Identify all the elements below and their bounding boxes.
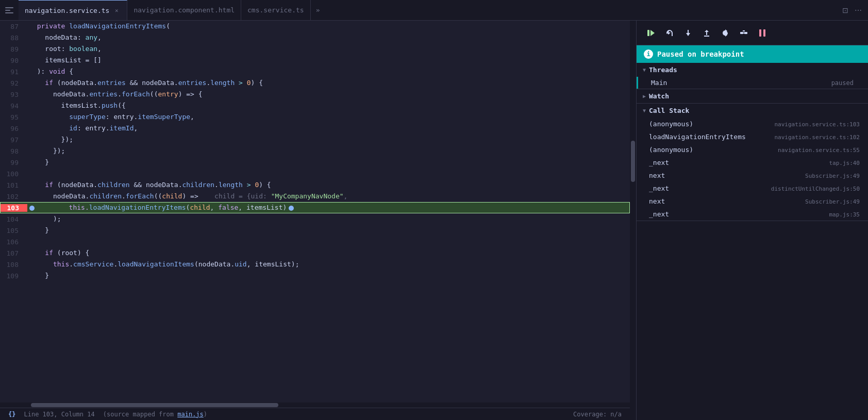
code-line: 88 nodeData: any, — [0, 32, 630, 43]
braces-icon: {} — [8, 411, 15, 418]
main-area: 87 private loadNavigationEntryItems(88 n… — [0, 21, 868, 420]
code-line: 98 }); — [0, 145, 630, 157]
breakpoint-text: Paused on breakpoint — [657, 50, 744, 58]
code-line: 93 nodeData.entries.forEach((entry) => { — [0, 89, 630, 100]
call-location: map.js:35 — [829, 211, 860, 218]
call-stack-item[interactable]: _next tap.js:40 — [637, 156, 868, 169]
code-line: 91 ): void { — [0, 66, 630, 77]
line-number: 96 — [0, 125, 27, 132]
svg-marker-7 — [686, 33, 690, 36]
call-stack-section: ▼ Call Stack (anonymous) navigation.serv… — [637, 104, 868, 221]
call-function-name: (anonymous) — [649, 120, 693, 128]
pause-button[interactable] — [754, 25, 771, 41]
source-map-link[interactable]: main.js — [177, 411, 204, 418]
call-location: tap.js:40 — [829, 160, 860, 166]
code-line: 97 }); — [0, 134, 630, 145]
call-stack-label: Call Stack — [649, 107, 689, 114]
chevron-down-icon: ▼ — [643, 67, 646, 73]
tab-cms-service[interactable]: cms.service.ts — [241, 0, 311, 20]
step-into-button[interactable] — [680, 25, 696, 41]
call-location: navigation.service.ts:103 — [774, 121, 860, 128]
call-function-name: loadNavigationEntryItems — [649, 133, 746, 141]
horizontal-scrollbar-thumb[interactable] — [31, 403, 278, 407]
line-content: this.cmsService.loadNavigationItems(node… — [27, 259, 630, 270]
call-stack-item[interactable]: loadNavigationEntryItems navigation.serv… — [637, 130, 868, 143]
code-line: 90 itemsList = [] — [0, 55, 630, 66]
sidebar-toggle-button[interactable] — [0, 0, 19, 20]
code-line: 94 itemsList.push({ — [0, 100, 630, 111]
call-stack-item[interactable]: _next distinctUntilChanged.js:50 — [637, 182, 868, 195]
line-number: 88 — [0, 34, 27, 42]
minimap-scrollbar[interactable] — [630, 21, 636, 420]
line-number: 104 — [0, 215, 27, 223]
svg-rect-0 — [5, 7, 13, 8]
debug-panel: i Paused on breakpoint ▼ Threads Main pa… — [636, 21, 868, 420]
call-stack-item[interactable]: next Subscriber.js:49 — [637, 169, 868, 182]
tab-close-button[interactable]: ✕ — [112, 6, 121, 14]
watch-label: Watch — [649, 92, 669, 100]
more-actions-button[interactable]: ⋯ — [853, 4, 864, 16]
call-stack-item[interactable]: (anonymous) navigation.service.ts:55 — [637, 143, 868, 156]
line-content: } — [27, 270, 630, 281]
step-out-button[interactable] — [698, 25, 715, 41]
threads-section-header[interactable]: ▼ Threads — [637, 63, 868, 77]
svg-rect-3 — [647, 30, 649, 36]
threads-section: ▼ Threads Main paused — [637, 63, 868, 89]
horizontal-scrollbar[interactable] — [0, 402, 630, 408]
call-stack-item[interactable]: (anonymous) navigation.service.ts:103 — [637, 117, 868, 130]
line-number: 89 — [0, 45, 27, 53]
line-number: 103 — [1, 204, 27, 212]
tab-bar-actions: ⊡ ⋯ — [840, 4, 868, 16]
call-function-name: _next — [649, 184, 669, 192]
line-number: 97 — [0, 136, 27, 144]
call-stack-item[interactable]: next Subscriber.js:49 — [637, 195, 868, 208]
line-number: 108 — [0, 261, 27, 268]
line-content: itemsList = [] — [27, 55, 630, 66]
line-content: id: entry.itemId, — [27, 123, 630, 134]
restart-button[interactable] — [717, 25, 733, 41]
call-stack-section-header[interactable]: ▼ Call Stack — [637, 104, 868, 117]
code-line: 109 } — [0, 270, 630, 281]
line-content: this.loadNavigationEntryItems(child, fal… — [27, 202, 629, 213]
code-line: 89 root: boolean, — [0, 43, 630, 55]
line-content: }); — [27, 134, 630, 145]
cursor-position: Line 103, Column 14 — [24, 411, 94, 418]
tab-overflow-button[interactable]: » — [311, 6, 325, 14]
line-number: 94 — [0, 102, 27, 110]
line-number: 106 — [0, 238, 27, 246]
line-content: itemsList.push({ — [27, 100, 630, 111]
minimap-thumb[interactable] — [631, 141, 635, 182]
disconnect-button[interactable] — [736, 25, 752, 41]
line-number: 109 — [0, 272, 27, 280]
continue-button[interactable] — [643, 25, 659, 41]
call-location: navigation.service.ts:55 — [778, 147, 860, 154]
call-location: Subscriber.js:49 — [805, 198, 860, 205]
line-number: 90 — [0, 57, 27, 64]
thread-name: Main — [651, 79, 831, 87]
split-editor-button[interactable]: ⊡ — [840, 4, 850, 16]
line-content — [27, 236, 630, 247]
chevron-down-icon-2: ▼ — [643, 108, 646, 113]
line-number: 93 — [0, 91, 27, 98]
code-line: 101 if (nodeData.children && nodeData.ch… — [0, 179, 630, 191]
line-content: } — [27, 225, 630, 236]
thread-main[interactable]: Main paused — [637, 77, 868, 89]
call-location: navigation.service.ts:102 — [774, 134, 860, 141]
tab-bar: navigation.service.ts ✕ navigation.compo… — [0, 0, 868, 21]
watch-section: ▶ Watch — [637, 89, 868, 104]
line-number: 87 — [0, 23, 27, 30]
line-content: if (nodeData.children && nodeData.childr… — [27, 179, 630, 191]
tab-navigation-component[interactable]: navigation.component.html — [127, 0, 241, 20]
svg-rect-13 — [740, 32, 743, 34]
debug-sections[interactable]: ▼ Threads Main paused ▶ Watch ▼ — [637, 63, 868, 420]
chevron-right-icon: ▶ — [643, 93, 646, 99]
step-over-button[interactable] — [661, 25, 678, 41]
watch-section-header[interactable]: ▶ Watch — [637, 89, 868, 103]
call-location: distinctUntilChanged.js:50 — [771, 186, 860, 192]
tab-navigation-service[interactable]: navigation.service.ts ✕ — [19, 0, 127, 20]
call-function-name: (anonymous) — [649, 146, 693, 154]
status-bar: {} Line 103, Column 14 (source mapped fr… — [0, 408, 630, 420]
code-lines-container[interactable]: 87 private loadNavigationEntryItems(88 n… — [0, 21, 630, 402]
svg-rect-2 — [5, 12, 13, 13]
call-stack-item[interactable]: _next map.js:35 — [637, 208, 868, 221]
